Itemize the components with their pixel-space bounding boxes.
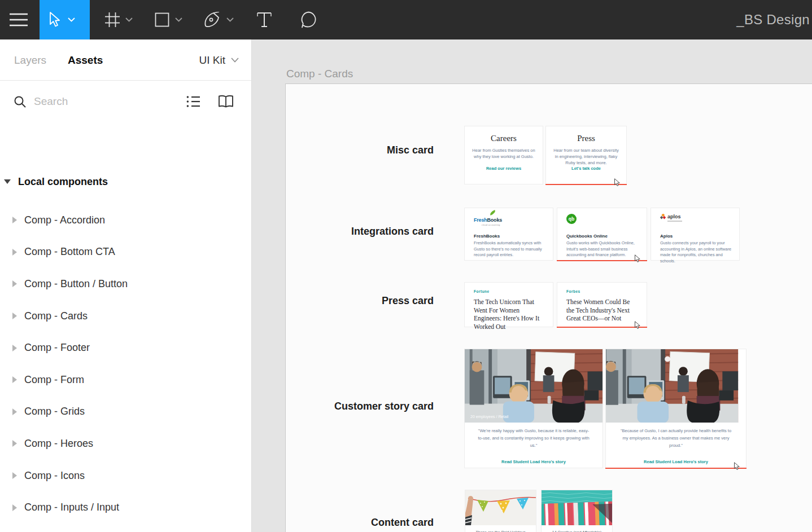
component-item-lists[interactable]: Comp - Lists bbox=[0, 524, 251, 532]
chevron-down-icon bbox=[68, 17, 75, 22]
expand-triangle-icon bbox=[12, 440, 17, 447]
shape-tool-button[interactable] bbox=[147, 0, 190, 39]
section-title: Local components bbox=[18, 176, 108, 188]
left-sidebar: Layers Assets UI Kit bbox=[0, 39, 252, 532]
hover-underline bbox=[557, 327, 647, 328]
expand-triangle-icon bbox=[12, 504, 17, 511]
search-input[interactable] bbox=[34, 91, 175, 112]
move-cursor-icon bbox=[48, 11, 63, 28]
hover-underline bbox=[557, 260, 647, 261]
card-title: Quickbooks Online bbox=[566, 234, 608, 239]
card-body: FreshBooks automatically syncs with Gust… bbox=[474, 240, 546, 258]
pen-tool-button[interactable] bbox=[197, 0, 241, 39]
row-label-press-card[interactable]: Press card bbox=[287, 295, 434, 307]
component-item-icons[interactable]: Comp - Icons bbox=[0, 460, 251, 492]
card-link: Read Student Load Hero's story bbox=[465, 459, 603, 464]
expand-triangle-icon bbox=[12, 217, 17, 223]
expand-triangle-icon bbox=[12, 249, 17, 256]
hamburger-menu-icon bbox=[9, 12, 28, 27]
figma-app: _BS Design Layers Assets UI Kit bbox=[0, 0, 812, 532]
component-item-accordion[interactable]: Comp - Accordion bbox=[0, 204, 251, 236]
components-list: Comp - Accordion Comp - Bottom CTA Comp … bbox=[0, 204, 251, 532]
component-item-footer[interactable]: Comp - Footer bbox=[0, 332, 251, 364]
integration-card-aplos[interactable]: aplos Aplos Gusto connects your payroll … bbox=[651, 208, 740, 261]
pool-towel-photo bbox=[542, 490, 612, 525]
quickbooks-logo: qb bbox=[566, 214, 577, 224]
customer-quote: "We're really happy with Gusto, because … bbox=[477, 427, 590, 449]
card-body: Hear from Gusties themselves on why they… bbox=[472, 147, 536, 160]
press-card-forbes[interactable]: Forbes These Women Could Be the Tech Ind… bbox=[557, 282, 647, 327]
row-label-integrations-card[interactable]: Integrations card bbox=[287, 226, 434, 238]
card-body: Gusto connects your payroll to your acco… bbox=[660, 240, 732, 264]
press-headline: The Tech Unicorn That Went For Women Eng… bbox=[474, 298, 544, 331]
text-tool-icon bbox=[257, 12, 272, 28]
canvas[interactable]: Comp - Cards bbox=[252, 39, 812, 532]
speech-bubble-icon bbox=[299, 11, 317, 28]
frame-title[interactable]: Comp - Cards bbox=[286, 68, 353, 80]
library-dropdown[interactable]: UI Kit bbox=[199, 39, 239, 81]
chevron-down-icon bbox=[125, 17, 133, 22]
customer-story-card-1[interactable]: 20 employees / Retail "We're really happ… bbox=[464, 349, 603, 468]
mouse-cursor-icon bbox=[634, 321, 641, 332]
tab-assets[interactable]: Assets bbox=[68, 39, 103, 81]
chevron-down-icon bbox=[175, 17, 182, 22]
row-label-content-card[interactable]: Content card bbox=[287, 517, 434, 529]
library-dropdown-label: UI Kit bbox=[199, 54, 225, 67]
text-tool-button[interactable] bbox=[248, 0, 280, 39]
move-tool-button[interactable] bbox=[40, 0, 90, 39]
photo-caption: 20 employees / Retail bbox=[470, 415, 508, 419]
list-view-icon bbox=[186, 95, 200, 108]
content-card-pool[interactable]: 14 Creative (and Affordable) bbox=[541, 490, 613, 532]
row-label-misc-card[interactable]: Misc card bbox=[287, 144, 434, 156]
misc-card-press[interactable]: Press Hear from our team about diversity… bbox=[545, 126, 627, 184]
component-item-heroes[interactable]: Comp - Heroes bbox=[0, 428, 251, 460]
misc-card-careers[interactable]: Careers Hear from Gusties themselves on … bbox=[464, 126, 543, 184]
expand-triangle-icon bbox=[12, 472, 17, 479]
aplos-tagline-placeholder bbox=[667, 221, 682, 222]
bunting-photo bbox=[465, 490, 536, 525]
card-title: Press bbox=[546, 134, 626, 143]
hover-underline bbox=[605, 468, 746, 469]
rectangle-icon bbox=[155, 12, 169, 27]
card-body: Gusto works with Quickbooks Online, Intu… bbox=[566, 240, 640, 258]
comment-tool-button[interactable] bbox=[291, 0, 325, 39]
press-headline: These Women Could Be the Tech Industry's… bbox=[566, 298, 638, 323]
card-body: Hear from our team about diversity in en… bbox=[553, 147, 619, 166]
press-card-fortune[interactable]: Fortune The Tech Unicorn That Went For W… bbox=[464, 282, 553, 327]
main-menu-button[interactable] bbox=[0, 0, 37, 39]
local-components-header[interactable]: Local components bbox=[0, 174, 251, 190]
customer-quote: "Because of Gusto, I can actually provid… bbox=[618, 427, 734, 449]
file-title[interactable]: _BS Design bbox=[736, 0, 810, 39]
expand-triangle-icon bbox=[12, 313, 17, 319]
component-item-inputs[interactable]: Comp - Inputs / Input bbox=[0, 491, 251, 524]
integration-card-freshbooks[interactable]: FreshBooks cloud accounting FreshBooks F… bbox=[464, 208, 553, 261]
collapse-triangle-icon bbox=[4, 179, 11, 184]
expand-triangle-icon bbox=[12, 408, 17, 415]
content-card-bunting[interactable]: These are the Paid Holidays bbox=[465, 490, 536, 532]
card-title: Careers bbox=[465, 134, 543, 143]
pen-nib-icon bbox=[204, 12, 221, 28]
card-title: FreshBooks bbox=[474, 234, 500, 239]
library-book-button[interactable] bbox=[217, 93, 235, 110]
component-item-form[interactable]: Comp - Form bbox=[0, 364, 251, 396]
search-icon bbox=[14, 95, 27, 111]
component-item-cards[interactable]: Comp - Cards bbox=[0, 300, 251, 332]
expand-triangle-icon bbox=[12, 376, 17, 383]
mouse-cursor-icon bbox=[734, 462, 741, 473]
aplos-logo: aplos bbox=[660, 214, 730, 219]
office-photo bbox=[606, 349, 746, 423]
panel-tabs: Layers Assets UI Kit bbox=[0, 39, 251, 81]
search-row bbox=[0, 81, 251, 122]
component-item-bottom-cta[interactable]: Comp - Bottom CTA bbox=[0, 236, 251, 269]
component-item-button[interactable]: Comp - Button / Button bbox=[0, 268, 251, 300]
customer-story-card-2[interactable]: "Because of Gusto, I can actually provid… bbox=[605, 349, 746, 468]
integration-card-quickbooks[interactable]: qb Quickbooks Online Gusto works with Qu… bbox=[557, 208, 647, 261]
frame-tool-button[interactable] bbox=[97, 0, 140, 39]
mouse-cursor-icon bbox=[614, 178, 621, 189]
mouse-cursor-icon bbox=[634, 254, 641, 265]
chevron-down-icon bbox=[226, 17, 234, 22]
tab-layers[interactable]: Layers bbox=[14, 39, 46, 81]
component-item-grids[interactable]: Comp - Grids bbox=[0, 396, 251, 428]
row-label-customer-story-card[interactable]: Customer story card bbox=[287, 401, 434, 412]
list-view-button[interactable] bbox=[184, 93, 202, 110]
